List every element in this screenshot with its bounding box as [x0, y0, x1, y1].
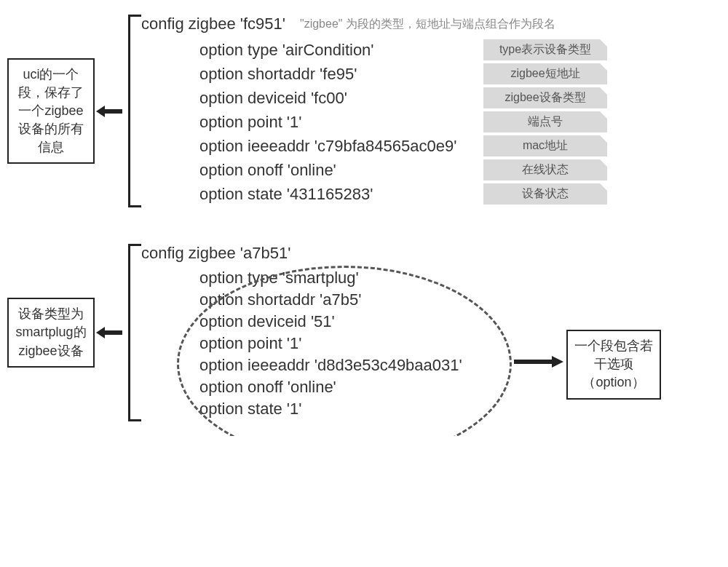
opt-tag: 在线状态	[483, 159, 607, 181]
opt-code: option deviceid 'fc00'	[199, 89, 483, 108]
callout-text-2: 设备类型为smartplug的zigbee设备	[15, 306, 86, 357]
callout-box-1: uci的一个段，保存了一个zigbee设备的所有信息	[7, 58, 95, 164]
opt-code: option type 'smartplug'	[199, 269, 483, 288]
arrow-left-1	[95, 103, 124, 120]
arrow-left-2	[95, 324, 124, 341]
opt-code: option onoff 'online'	[199, 378, 483, 397]
opt-tag: 设备状态	[483, 183, 607, 205]
config-header-2: config zigbee 'a7b51'	[141, 244, 290, 263]
opt-code: option point '1'	[199, 334, 483, 353]
opt-tag: zigbee短地址	[483, 63, 607, 84]
bracket-1	[124, 15, 137, 207]
opt-code: option shortaddr 'a7b5'	[199, 290, 483, 309]
opt-code: option state '1'	[199, 400, 483, 419]
svg-marker-0	[96, 106, 122, 117]
opt-code: option ieeeaddr 'c79bfa84565ac0e9'	[199, 137, 483, 156]
callout-box-2: 设备类型为smartplug的zigbee设备	[7, 298, 95, 368]
opt-code: option point '1'	[199, 113, 483, 132]
right-callout-text: 一个段包含若干选项（option）	[574, 338, 653, 389]
opt-code: option deviceid '51'	[199, 312, 483, 331]
config-header-1: config zigbee 'fc951'	[141, 15, 285, 33]
opt-code: option onoff 'online'	[199, 161, 483, 180]
opt-code: option state '431165283'	[199, 185, 483, 204]
opt-code: option type 'airCondition'	[199, 41, 483, 60]
opt-code: option ieeeaddr 'd8d3e53c49baa031'	[199, 356, 483, 375]
opt-code: option shortaddr 'fe95'	[199, 65, 483, 84]
config-block-2: 设备类型为smartplug的zigbee设备 config zigbee 'a…	[7, 244, 721, 421]
opt-tag: 端点号	[483, 111, 607, 132]
opt-tag: mac地址	[483, 135, 607, 156]
callout-text-1: uci的一个段，保存了一个zigbee设备的所有信息	[18, 67, 84, 155]
callout-box-right: 一个段包含若干选项（option）	[566, 330, 661, 400]
arrow-right-icon	[514, 353, 565, 370]
opt-tag: zigbee设备类型	[483, 87, 607, 108]
config-block-1: uci的一个段，保存了一个zigbee设备的所有信息 config zigbee…	[7, 15, 721, 207]
header-note-1: "zigbee" 为段的类型，短地址与端点组合作为段名	[300, 17, 555, 32]
svg-marker-1	[96, 327, 122, 338]
bracket-2	[124, 244, 137, 421]
opt-tag: type表示设备类型	[483, 39, 607, 60]
svg-marker-2	[514, 356, 563, 368]
